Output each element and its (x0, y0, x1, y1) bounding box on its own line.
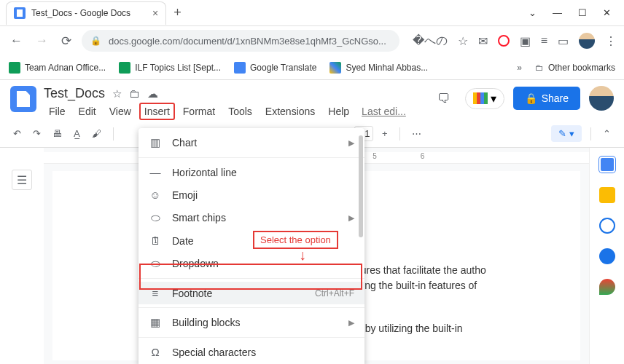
font-size-plus[interactable]: + (379, 125, 391, 142)
editing-mode-button[interactable]: ✎ ▾ (551, 125, 582, 142)
menu-item-emoji[interactable]: ☺ Emoji (139, 183, 364, 206)
bookmark-syed-minhal[interactable]: Syed Minhal Abbas... (329, 62, 428, 74)
share-button[interactable]: 🔒 Share (513, 87, 580, 110)
chevron-down-icon[interactable]: ⌄ (529, 7, 537, 18)
share-icon[interactable]: �への (413, 33, 448, 49)
pencil-icon: ✎ (558, 128, 566, 139)
bookmarks-overflow-icon[interactable]: » (517, 63, 522, 73)
other-bookmarks[interactable]: 🗀 Other bookmarks (535, 63, 615, 73)
expand-icon[interactable]: ⌃ (600, 125, 614, 142)
reader-icon[interactable]: ▭ (558, 34, 569, 48)
lock-icon: 🔒 (525, 92, 537, 104)
spellcheck-button[interactable]: A̲ (71, 125, 83, 142)
last-edit-link[interactable]: Last edi... (362, 103, 406, 120)
building-blocks-icon: ▦ (149, 316, 162, 329)
sheets-icon (9, 62, 20, 74)
docs-logo[interactable] (10, 86, 36, 112)
chevron-down-icon: ▾ (491, 92, 496, 106)
undo-button[interactable]: ↶ (10, 125, 24, 142)
back-button[interactable]: ← (7, 31, 26, 51)
profile-avatar[interactable] (589, 86, 614, 111)
kebab-menu-icon[interactable]: ⋮ (605, 34, 617, 48)
menu-item-chart[interactable]: ▥ Chart ▶ (139, 131, 364, 154)
menu-tools[interactable]: Tools (223, 103, 257, 120)
menu-item-smart-chips[interactable]: ⬭ Smart chips ▶ (139, 206, 364, 229)
document-title[interactable]: Test_Docs (44, 86, 105, 101)
annotation-callout: Select the option (253, 231, 338, 249)
translate-icon (234, 62, 246, 74)
menu-item-footnote[interactable]: ≡ Footnote Ctrl+Alt+F (139, 282, 364, 304)
more-toolbar-icon[interactable]: ⋯ (409, 125, 424, 142)
menu-item-horizontal-line[interactable]: — Horizontal line (139, 161, 364, 183)
chart-icon: ▥ (149, 136, 162, 149)
footnote-icon: ≡ (149, 287, 162, 299)
shortcut-label: Ctrl+Alt+F (315, 288, 354, 298)
tasks-icon[interactable] (599, 218, 615, 234)
menu-item-building-blocks[interactable]: ▦ Building blocks ▶ (139, 311, 364, 334)
extension-icon[interactable]: ▣ (520, 34, 531, 48)
menu-item-dropdown[interactable]: ⬭ Dropdown (139, 252, 364, 275)
menu-extensions[interactable]: Extensions (260, 103, 320, 120)
contacts-icon[interactable] (599, 248, 615, 264)
calendar-icon: 🗓 (149, 234, 162, 247)
browser-tab[interactable]: Test_Docs - Google Docs × (6, 1, 166, 25)
tab-title: Test_Docs - Google Docs (31, 8, 130, 18)
address-bar[interactable]: 🔒 docs.google.com/document/d/1xnBNMm3e8s… (82, 30, 399, 52)
smart-chips-icon: ⬭ (149, 211, 162, 224)
bookmark-google-translate[interactable]: Google Translate (234, 62, 316, 74)
docs-favicon (14, 7, 26, 19)
menu-help[interactable]: Help (323, 103, 354, 120)
maps-icon[interactable] (599, 279, 615, 295)
close-window-icon[interactable]: ✕ (603, 7, 611, 18)
emoji-icon: ☺ (149, 189, 162, 201)
print-button[interactable]: 🖶 (50, 125, 65, 142)
forward-button: → (33, 31, 51, 51)
menu-item-special-characters[interactable]: Ω Special characters (139, 341, 364, 363)
submenu-arrow-icon: ▶ (348, 138, 354, 148)
meet-icon (473, 92, 488, 104)
star-icon[interactable]: ☆ (458, 34, 468, 48)
special-chars-icon: Ω (149, 346, 162, 358)
menu-insert[interactable]: Insert (139, 103, 175, 120)
calendar-icon[interactable] (599, 157, 615, 173)
chevron-down-icon: ▾ (569, 128, 574, 139)
opera-icon[interactable] (498, 35, 510, 47)
submenu-arrow-icon: ▶ (348, 213, 354, 223)
tune-icon[interactable]: ≡ (541, 34, 547, 47)
paint-format-button[interactable]: 🖌 (89, 125, 104, 142)
sheets-icon (119, 62, 130, 74)
bookmark-ilf-topics[interactable]: ILF Topics List [Sept... (119, 62, 221, 74)
menu-file[interactable]: File (44, 103, 71, 120)
close-tab-icon[interactable]: × (152, 7, 158, 19)
menu-view[interactable]: View (104, 103, 136, 120)
dropdown-icon: ⬭ (149, 257, 162, 270)
outline-icon[interactable]: ☰ (12, 170, 32, 190)
new-tab-button[interactable]: + (173, 5, 182, 20)
menu-format[interactable]: Format (178, 103, 220, 120)
star-icon[interactable]: ☆ (112, 87, 122, 100)
minimize-icon[interactable]: — (553, 7, 562, 18)
profile-avatar-small[interactable] (579, 33, 595, 49)
reload-button[interactable]: ⟳ (58, 31, 74, 52)
mail-icon[interactable]: ✉ (478, 34, 488, 48)
folder-icon: 🗀 (535, 63, 544, 73)
annotation-arrow-icon: ↓ (299, 248, 306, 262)
move-icon[interactable]: 🗀 (129, 87, 140, 100)
meet-button[interactable]: ▾ (465, 88, 504, 109)
drive-icon (329, 62, 341, 74)
lock-icon: 🔒 (90, 36, 101, 46)
maximize-icon[interactable]: ☐ (578, 7, 587, 18)
cloud-status-icon[interactable]: ☁ (147, 87, 158, 100)
horizontal-line-icon: — (149, 166, 162, 178)
bookmark-team-adnan[interactable]: Team Adnan Office... (9, 62, 106, 74)
submenu-arrow-icon: ▶ (348, 318, 354, 328)
comments-icon[interactable]: 🗨 (432, 86, 456, 111)
menu-edit[interactable]: Edit (74, 103, 101, 120)
keep-icon[interactable] (599, 187, 615, 203)
url-text: docs.google.com/document/d/1xnBNMm3e8se1… (109, 36, 386, 47)
redo-button[interactable]: ↷ (30, 125, 44, 142)
